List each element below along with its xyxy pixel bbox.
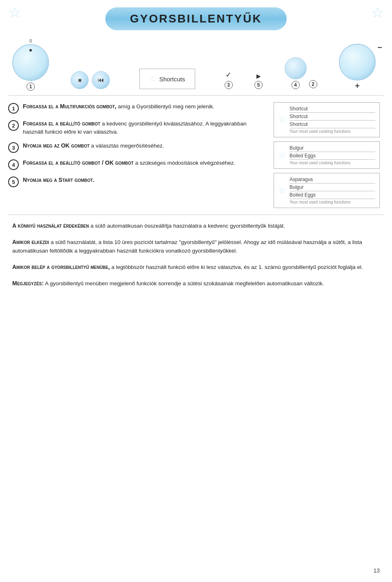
para-1-caps: A könnyű használat érdekében bbox=[12, 222, 89, 229]
instruction-4: 4 Forgassa el a beállító gombot / OK gom… bbox=[8, 159, 265, 170]
inst-5-caps: Nyomja meg a Start gombot. bbox=[23, 177, 94, 183]
shortcuts-star-icon: ☆ bbox=[149, 74, 157, 84]
instruction-2: 2 Forgassa el a beállító gombot a kedven… bbox=[8, 119, 265, 136]
plus-label: + bbox=[355, 81, 360, 91]
card-3-star-icon: ☆ bbox=[278, 185, 286, 196]
minus-label: − bbox=[377, 43, 382, 52]
shortcut-cards-panel: ☆ Shortcut Shortcut Shortcut Your most u… bbox=[274, 102, 380, 208]
card-1-line-1: Shortcut bbox=[290, 106, 375, 113]
main-content: 1 Forgassa el a Multifunkciós gombot, am… bbox=[0, 98, 392, 212]
shortcut-card-3: ☆ Asparagus Bulgur Boiled Eggs Your most… bbox=[274, 173, 380, 208]
page-number: 13 bbox=[373, 567, 380, 574]
para-3-caps: Amikor belép a gyorsbillentyű menübe, bbox=[12, 264, 110, 270]
inst-num-5: 5 bbox=[8, 177, 19, 187]
inst-1-caps: Forgassa el a Multifunkciós gombot, bbox=[23, 103, 116, 110]
shortcut-card-2: ☆ Bulgur Boiled Eggs Your most used cook… bbox=[274, 141, 380, 169]
instructions-panel: 1 Forgassa el a Multifunkciós gombot, am… bbox=[8, 102, 265, 208]
num5-badge: 5 bbox=[254, 81, 263, 89]
inst-4-caps: Forgassa el a beállító gombot / OK gombo… bbox=[23, 159, 134, 166]
page-title-pill: GYORSBILLENTYŰK bbox=[105, 7, 286, 30]
divider-1 bbox=[8, 95, 384, 96]
rewind-icon: ⏮ bbox=[98, 76, 104, 84]
controls-row: 0 1 ■ ⏮ ☆ Shortcuts bbox=[0, 34, 392, 93]
inst-4-rest: a szükséges módosítások elvégzéséhez. bbox=[135, 160, 235, 166]
card-2-line-2: Boiled Eggs bbox=[290, 153, 375, 160]
inst-text-1: Forgassa el a Multifunkciós gombot, amíg… bbox=[23, 102, 214, 111]
card-1-star-icon: ☆ bbox=[278, 114, 286, 125]
card-1-footer: Your most used cooking functions bbox=[290, 129, 375, 134]
ok-button-small[interactable] bbox=[285, 57, 307, 79]
instruction-3: 3 Nyomja meg az OK gombot a választás me… bbox=[8, 141, 265, 153]
star-top-left-icon: ☆ bbox=[8, 4, 21, 21]
card-2-star-icon: ☆ bbox=[278, 150, 286, 161]
instruction-1: 1 Forgassa el a Multifunkciós gombot, am… bbox=[8, 102, 265, 114]
divider-2 bbox=[8, 215, 384, 215]
card-3-line-1: Asparagus bbox=[290, 177, 375, 184]
section-para-2: Amikor elkezdi a sütő használatát, a lis… bbox=[12, 238, 380, 255]
lower-text-area: A könnyű használat érdekében a sütő auto… bbox=[0, 217, 392, 300]
rewind-button[interactable]: ⏮ bbox=[92, 71, 110, 89]
num1-badge: 1 bbox=[27, 83, 35, 91]
controls-area: 0 1 ■ ⏮ ☆ Shortcuts bbox=[8, 38, 380, 91]
card-3-line-3: Boiled Eggs bbox=[290, 192, 375, 199]
shortcut-card-1: ☆ Shortcut Shortcut Shortcut Your most u… bbox=[274, 102, 380, 137]
card-1-lines: Shortcut Shortcut Shortcut Your most use… bbox=[290, 106, 375, 134]
card-3-footer: Your most used cooking functions bbox=[290, 200, 375, 204]
para-4-caps: Megjegyzés: bbox=[12, 280, 44, 287]
inst-text-2: Forgassa el a beállító gombot a kedvenc … bbox=[23, 119, 265, 136]
inst-2-caps: Forgassa el a beállító gombot bbox=[23, 120, 100, 127]
section-para-4: Megjegyzés: A gyorsbillentyű menüben meg… bbox=[12, 279, 380, 288]
inst-num-2: 2 bbox=[8, 120, 19, 131]
num3-badge: 3 bbox=[225, 81, 233, 89]
num2-badge: 2 bbox=[309, 80, 317, 88]
inst-num-1: 1 bbox=[8, 103, 19, 114]
inst-text-5: Nyomja meg a Start gombot. bbox=[23, 176, 94, 184]
num4-badge: 4 bbox=[292, 81, 300, 89]
stop-button[interactable]: ■ bbox=[71, 71, 89, 89]
inst-text-4: Forgassa el a beállító gombot / OK gombo… bbox=[23, 159, 235, 167]
inst-1-rest: amíg a Gyorsbillentyű meg nem jelenik. bbox=[118, 103, 214, 110]
multifunc-knob[interactable] bbox=[12, 44, 49, 81]
star-top-right-icon: ☆ bbox=[371, 4, 384, 21]
settings-knob[interactable] bbox=[339, 44, 376, 81]
card-2-line-1: Bulgur bbox=[290, 145, 375, 152]
inst-text-3: Nyomja meg az OK gombot a választás mege… bbox=[23, 141, 164, 150]
inst-num-4: 4 bbox=[8, 159, 19, 170]
section-para-1: A könnyű használat érdekében a sütő auto… bbox=[12, 222, 380, 231]
shortcuts-label: Shortcuts bbox=[159, 76, 185, 83]
knob-dot-indicator bbox=[29, 49, 32, 51]
instruction-5: 5 Nyomja meg a Start gombot. bbox=[8, 176, 265, 187]
shortcuts-box[interactable]: ☆ Shortcuts bbox=[139, 69, 195, 89]
play-icon: ▶ bbox=[256, 73, 261, 79]
card-2-footer: Your most used cooking functions bbox=[290, 161, 375, 165]
para-1-rest: a sütő automatikusan összeállítja haszná… bbox=[91, 223, 285, 229]
card-1-line-2: Shortcut bbox=[290, 114, 375, 121]
check-icon: ✓ bbox=[225, 70, 232, 79]
stop-icon: ■ bbox=[78, 77, 81, 83]
zero-label: 0 bbox=[29, 38, 32, 43]
card-1-line-3: Shortcut bbox=[290, 121, 375, 128]
para-2-caps: Amikor elkezdi bbox=[12, 239, 49, 245]
page-title: GYORSBILLENTYŰK bbox=[130, 12, 262, 25]
multifunc-knob-wrap: 0 1 bbox=[12, 38, 49, 91]
para-3-rest: a legtöbbször használt funkció előre ki … bbox=[111, 264, 363, 270]
section-para-3: Amikor belép a gyorsbillentyű menübe, a … bbox=[12, 263, 380, 272]
card-3-lines: Asparagus Bulgur Boiled Eggs Your most u… bbox=[290, 177, 375, 204]
card-3-line-2: Bulgur bbox=[290, 184, 375, 191]
para-4-rest: A gyorsbillentyű menüben megjelenő funkc… bbox=[45, 280, 324, 287]
inst-3-caps: Nyomja meg az OK gombot bbox=[23, 142, 89, 149]
inst-num-3: 3 bbox=[8, 142, 19, 153]
inst-3-rest: a választás megerősítéséhez. bbox=[91, 143, 164, 149]
para-2-rest: a sütő használatát, a lista 10 üres pozí… bbox=[12, 239, 362, 254]
page-header: ☆ GYORSBILLENTYŰK ☆ bbox=[0, 0, 392, 34]
card-2-lines: Bulgur Boiled Eggs Your most used cookin… bbox=[290, 145, 375, 165]
